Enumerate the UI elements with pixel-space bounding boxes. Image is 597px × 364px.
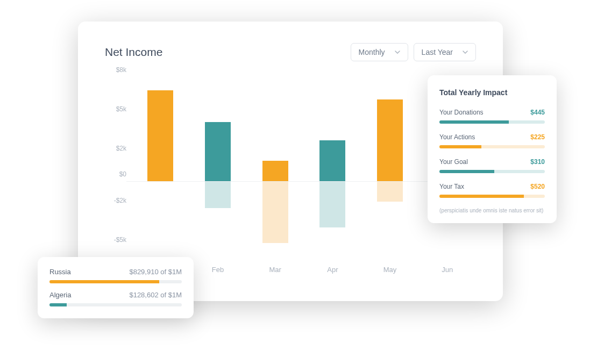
progress-fill — [439, 195, 524, 198]
progress-track — [439, 195, 545, 198]
progress-track — [49, 303, 182, 306]
x-tick-label: Mar — [246, 266, 304, 282]
impact-value: $520 — [530, 183, 545, 190]
progress-track — [49, 280, 182, 283]
bar-negative — [319, 182, 345, 227]
y-axis-ticks: $8k$5k$2k$0-$2k-$5k — [105, 77, 126, 260]
x-tick-label: May — [361, 266, 419, 282]
chevron-down-icon — [463, 51, 468, 54]
impact-value: $225 — [530, 133, 545, 141]
country-name: Russia — [49, 268, 71, 276]
period-select[interactable]: Monthly — [351, 43, 408, 61]
impact-row-head: Your Goal$310 — [439, 158, 545, 166]
y-tick-label: $5k — [105, 105, 126, 113]
bar-column — [246, 77, 304, 260]
bar-positive — [377, 99, 403, 182]
impact-row: Your Actions$225 — [439, 133, 545, 148]
impact-row: Your Goal$310 — [439, 158, 545, 173]
bar-positive — [147, 90, 173, 182]
country-card: Russia$829,910 of $1MAlgeria$128,602 of … — [38, 257, 194, 318]
impact-note: (perspiciatis unde omnis iste natus erro… — [439, 208, 545, 213]
bar-positive — [319, 140, 345, 182]
progress-fill — [49, 303, 67, 306]
card-header: Net Income Monthly Last Year — [105, 43, 476, 61]
zero-line — [126, 181, 476, 182]
impact-label: Your Actions — [439, 133, 475, 141]
progress-track — [439, 120, 545, 124]
bar-positive — [205, 122, 231, 182]
range-select-label: Last Year — [422, 48, 453, 56]
y-tick-label: $2k — [105, 145, 126, 152]
impact-title: Total Yearly Impact — [439, 88, 545, 97]
impact-card: Total Yearly Impact Your Donations$445Yo… — [428, 75, 557, 223]
progress-fill — [439, 170, 494, 173]
impact-value: $445 — [530, 109, 545, 116]
y-tick-label: $8k — [105, 66, 126, 74]
bar-negative — [205, 182, 231, 208]
x-tick-label: Apr — [304, 266, 361, 282]
bar-negative — [377, 182, 403, 201]
y-tick-label: -$2k — [105, 197, 126, 204]
impact-row: Your Tax$520 — [439, 183, 545, 198]
country-row-head: Russia$829,910 of $1M — [49, 268, 182, 276]
progress-fill — [439, 145, 481, 148]
bar-column — [304, 77, 361, 260]
chart-bars — [132, 77, 476, 260]
bar-column — [189, 77, 247, 260]
period-select-label: Monthly — [359, 48, 385, 56]
impact-row-head: Your Tax$520 — [439, 183, 545, 190]
bar-column — [132, 77, 189, 260]
progress-fill — [49, 280, 159, 283]
country-row-head: Algeria$128,602 of $1M — [49, 291, 182, 299]
y-tick-label: -$5k — [105, 236, 126, 244]
impact-row-head: Your Actions$225 — [439, 133, 545, 141]
bar-negative — [262, 182, 288, 243]
chart-plot — [132, 77, 476, 260]
chevron-down-icon — [395, 51, 400, 54]
country-value: $829,910 of $1M — [129, 268, 182, 276]
impact-label: Your Tax — [439, 183, 464, 190]
impact-row-head: Your Donations$445 — [439, 109, 545, 116]
x-tick-label: Jun — [418, 266, 476, 282]
bar-column — [361, 77, 419, 260]
impact-label: Your Donations — [439, 109, 484, 116]
bar-positive — [262, 161, 288, 182]
impact-value: $310 — [530, 158, 545, 166]
country-value: $128,602 of $1M — [129, 291, 182, 299]
impact-label: Your Goal — [439, 158, 468, 166]
progress-fill — [439, 120, 509, 124]
range-select[interactable]: Last Year — [414, 43, 476, 61]
country-name: Algeria — [49, 291, 71, 299]
chart-area: $8k$5k$2k$0-$2k-$5k JanFebMarAprMayJun — [105, 77, 476, 282]
country-row: Algeria$128,602 of $1M — [49, 291, 182, 306]
impact-rows: Your Donations$445Your Actions$225Your G… — [439, 109, 545, 198]
card-title: Net Income — [105, 46, 162, 59]
select-group: Monthly Last Year — [351, 43, 476, 61]
country-rows: Russia$829,910 of $1MAlgeria$128,602 of … — [49, 268, 182, 306]
country-row: Russia$829,910 of $1M — [49, 268, 182, 283]
impact-row: Your Donations$445 — [439, 109, 545, 124]
progress-track — [439, 170, 545, 173]
y-tick-label: $0 — [105, 170, 126, 178]
x-tick-label: Feb — [189, 266, 247, 282]
progress-track — [439, 145, 545, 148]
